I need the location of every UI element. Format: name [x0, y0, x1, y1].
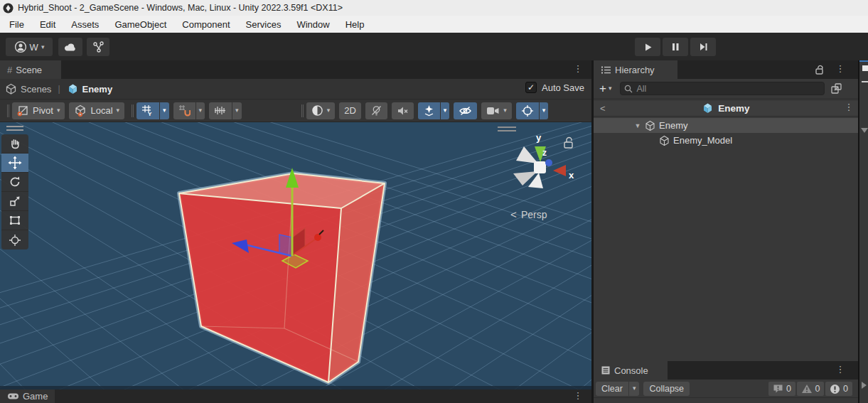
play-button[interactable] [635, 38, 660, 56]
rotate-tool[interactable] [1, 173, 28, 192]
panel-edge-glyph [862, 65, 868, 71]
hierarchy-tab-bar: Hierarchy ⋮ [594, 60, 858, 79]
2d-mode-toggle[interactable]: 2D [339, 102, 361, 119]
pivot-dropdown[interactable]: Pivot ▾ [12, 102, 65, 119]
cloud-icon [63, 41, 77, 53]
transform-tool[interactable] [1, 230, 28, 249]
search-icon [623, 84, 634, 95]
camera-settings-dropdown[interactable]: ▾ [481, 102, 512, 119]
menu-file[interactable]: File [1, 19, 32, 30]
hand-icon [8, 136, 22, 151]
grid-icon: Y [141, 104, 154, 117]
enemy-cube[interactable] [179, 173, 385, 382]
menu-help[interactable]: Help [338, 19, 373, 30]
info-badge[interactable]: 0 [768, 382, 795, 396]
chevron-down-icon: ▾ [609, 85, 612, 92]
scene-panel: # Scene ⋮ Scenes | Enemy ✓ Auto Save [0, 60, 591, 403]
palette-drag-handle[interactable] [1, 124, 28, 132]
version-control-button[interactable] [87, 38, 109, 56]
scene-lighting-toggle[interactable] [365, 102, 387, 119]
inspector-panel-edge[interactable] [858, 60, 868, 403]
lightbulb-off-icon [370, 104, 382, 117]
breadcrumb-current[interactable]: Enemy [82, 84, 113, 95]
panel-edge-highlight [859, 60, 868, 62]
axis-x-label: x [569, 170, 574, 181]
auto-save-label: Auto Save [542, 82, 584, 93]
transform-icon [8, 233, 22, 247]
tree-row-enemy[interactable]: ▼ Enemy [594, 118, 858, 133]
collapse-button[interactable]: Collapse [643, 382, 690, 396]
breadcrumb-root[interactable]: Scenes [21, 84, 51, 95]
tab-scene[interactable]: # Scene [0, 60, 61, 79]
auto-save-control: ✓ Auto Save [525, 82, 584, 93]
unity-scenes-icon [5, 83, 17, 95]
scale-tool[interactable] [1, 192, 28, 211]
chevron-down-icon: ▾ [117, 107, 120, 114]
snap-increment-button[interactable] [209, 102, 232, 119]
menu-services[interactable]: Services [238, 19, 289, 30]
scene-menu-kebab-icon[interactable]: ⋮ [573, 63, 583, 74]
step-button[interactable] [690, 38, 716, 56]
search-input[interactable] [636, 84, 807, 94]
local-dropdown[interactable]: Local ▾ [69, 102, 124, 119]
camera-icon [486, 106, 500, 116]
shading-mode-dropdown[interactable]: ▾ [306, 102, 336, 119]
unlock-icon[interactable] [814, 64, 825, 75]
search-window-icon[interactable] [830, 82, 842, 95]
move-tool[interactable] [1, 154, 28, 173]
error-badge[interactable]: 0 [825, 382, 852, 396]
auto-save-checkbox[interactable]: ✓ [525, 82, 537, 93]
toolbar-separator [301, 104, 302, 117]
rect-tool[interactable] [1, 211, 28, 230]
expand-arrow-icon[interactable]: ▼ [633, 122, 642, 129]
check-icon: ✓ [527, 82, 535, 92]
scene-viewport[interactable]: y z x < Persp [0, 122, 591, 389]
grid-snapping-caret[interactable]: ▾ [196, 102, 205, 119]
cloud-button[interactable] [58, 38, 82, 56]
menu-gameobject[interactable]: GameObject [107, 19, 174, 30]
hierarchy-menu-kebab-icon[interactable]: ⋮ [835, 63, 845, 74]
unity-logo-icon [3, 3, 14, 14]
menu-edit[interactable]: Edit [32, 19, 63, 30]
scene-visibility-toggle[interactable] [454, 102, 477, 119]
clear-button[interactable]: Clear [596, 382, 628, 396]
toolbar-separator [132, 104, 132, 117]
grid-visibility-caret[interactable]: ▾ [160, 102, 169, 119]
play-icon [643, 43, 653, 52]
add-gameobject-button[interactable]: + ▾ [599, 82, 611, 96]
view-lock-icon[interactable] [564, 138, 572, 149]
menu-component[interactable]: Component [174, 19, 237, 30]
pause-icon [671, 43, 680, 51]
clear-caret[interactable]: ▾ [629, 382, 640, 396]
tab-console[interactable]: Console [594, 361, 668, 380]
scene-audio-toggle[interactable] [392, 102, 414, 119]
pause-button[interactable] [663, 38, 688, 56]
tree-row-enemy-model[interactable]: Enemy_Model [594, 133, 858, 148]
prefab-menu-kebab-icon[interactable]: ⋮ [844, 102, 854, 112]
persp-chevron-icon[interactable]: < [510, 208, 517, 220]
warning-badge[interactable]: 0 [797, 382, 824, 396]
orientation-gizmo[interactable]: y z x < Persp [510, 132, 574, 220]
grid-snapping-toggle[interactable] [173, 102, 195, 119]
rotate-icon [8, 175, 22, 189]
game-menu-kebab-icon[interactable]: ⋮ [573, 390, 583, 401]
account-button[interactable]: W ▾ [6, 38, 53, 56]
tab-hierarchy[interactable]: Hierarchy [594, 60, 677, 79]
shaded-sphere-icon [311, 104, 323, 117]
effects-toggle[interactable] [418, 102, 440, 119]
axis-y-label: y [536, 132, 542, 143]
gizmos-toggle[interactable] [516, 102, 539, 119]
view-hand-tool[interactable] [1, 134, 28, 154]
grid-visibility-toggle[interactable]: Y [136, 102, 159, 119]
console-menu-kebab-icon[interactable]: ⋮ [835, 364, 845, 375]
projection-label[interactable]: Persp [521, 209, 547, 220]
tab-game[interactable]: Game [0, 389, 55, 403]
menu-assets[interactable]: Assets [63, 19, 107, 30]
gizmos-caret[interactable]: ▾ [540, 102, 549, 119]
overlay-handle[interactable] [498, 127, 516, 131]
menu-window[interactable]: Window [289, 19, 337, 30]
triangle-right-icon [862, 382, 867, 389]
snap-increment-caret[interactable]: ▾ [232, 102, 242, 119]
effects-caret[interactable]: ▾ [441, 102, 450, 119]
hierarchy-search[interactable] [620, 82, 825, 95]
